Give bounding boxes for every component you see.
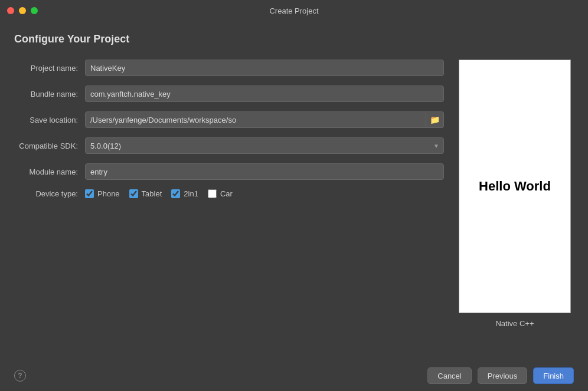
device-tablet-label: Tablet bbox=[142, 189, 162, 198]
window-title: Create Project bbox=[269, 6, 318, 15]
bundle-name-input[interactable] bbox=[85, 86, 444, 102]
titlebar: Create Project bbox=[0, 0, 588, 21]
footer: ? Cancel Previous Finish bbox=[0, 360, 588, 391]
module-name-input[interactable] bbox=[85, 163, 444, 180]
main-content: Configure Your Project Project name: Bun… bbox=[0, 21, 588, 360]
device-type-label: Device type: bbox=[14, 189, 85, 198]
compatible-sdk-label: Compatible SDK: bbox=[14, 142, 85, 150]
page-title: Configure Your Project bbox=[14, 33, 574, 45]
save-location-input[interactable] bbox=[85, 111, 426, 128]
device-car-item[interactable]: Car bbox=[208, 189, 233, 198]
device-2in1-label: 2in1 bbox=[184, 189, 198, 198]
compatible-sdk-row: Compatible SDK: 5.0.0(12) 4.1.0(11) 4.0.… bbox=[14, 137, 444, 154]
form-section: Project name: Bundle name: Save location… bbox=[14, 60, 444, 351]
browse-folder-button[interactable]: 📁 bbox=[426, 111, 444, 128]
cancel-button[interactable]: Cancel bbox=[427, 367, 471, 384]
device-type-group: Phone Tablet 2in1 Car bbox=[85, 189, 233, 198]
project-name-label: Project name: bbox=[14, 64, 85, 73]
close-button[interactable] bbox=[7, 7, 14, 14]
device-phone-checkbox[interactable] bbox=[85, 189, 94, 198]
main-area: Project name: Bundle name: Save location… bbox=[14, 60, 574, 351]
project-name-input[interactable] bbox=[85, 60, 444, 76]
save-location-wrapper: 📁 bbox=[85, 111, 444, 128]
device-phone-item[interactable]: Phone bbox=[85, 189, 120, 198]
previous-button[interactable]: Previous bbox=[478, 367, 528, 384]
bundle-name-label: Bundle name: bbox=[14, 90, 85, 98]
module-name-row: Module name: bbox=[14, 163, 444, 180]
phone-preview: Hello World bbox=[459, 60, 571, 313]
module-name-label: Module name: bbox=[14, 167, 85, 176]
preview-section: Hello World Native C++ bbox=[456, 60, 574, 351]
device-tablet-item[interactable]: Tablet bbox=[129, 189, 162, 198]
sdk-select[interactable]: 5.0.0(12) 4.1.0(11) 4.0.0(10) bbox=[85, 137, 444, 154]
project-name-row: Project name: bbox=[14, 60, 444, 76]
preview-caption: Native C++ bbox=[495, 319, 534, 328]
traffic-lights bbox=[7, 7, 38, 14]
hello-world-text: Hello World bbox=[479, 179, 551, 194]
device-type-row: Device type: Phone Tablet 2in1 bbox=[14, 189, 444, 198]
window: Create Project Configure Your Project Pr… bbox=[0, 0, 588, 391]
save-location-label: Save location: bbox=[14, 116, 85, 124]
device-phone-label: Phone bbox=[97, 189, 120, 198]
help-icon[interactable]: ? bbox=[14, 370, 26, 382]
finish-button[interactable]: Finish bbox=[533, 367, 574, 384]
device-tablet-checkbox[interactable] bbox=[129, 189, 138, 198]
question-mark: ? bbox=[18, 372, 22, 380]
device-2in1-checkbox[interactable] bbox=[171, 189, 180, 198]
minimize-button[interactable] bbox=[19, 7, 26, 14]
bundle-name-row: Bundle name: bbox=[14, 86, 444, 102]
sdk-select-wrapper: 5.0.0(12) 4.1.0(11) 4.0.0(10) ▼ bbox=[85, 137, 444, 154]
maximize-button[interactable] bbox=[31, 7, 38, 14]
device-car-checkbox[interactable] bbox=[208, 189, 217, 198]
device-2in1-item[interactable]: 2in1 bbox=[171, 189, 198, 198]
save-location-row: Save location: 📁 bbox=[14, 111, 444, 128]
device-car-label: Car bbox=[220, 189, 233, 198]
footer-buttons: Cancel Previous Finish bbox=[427, 367, 574, 384]
